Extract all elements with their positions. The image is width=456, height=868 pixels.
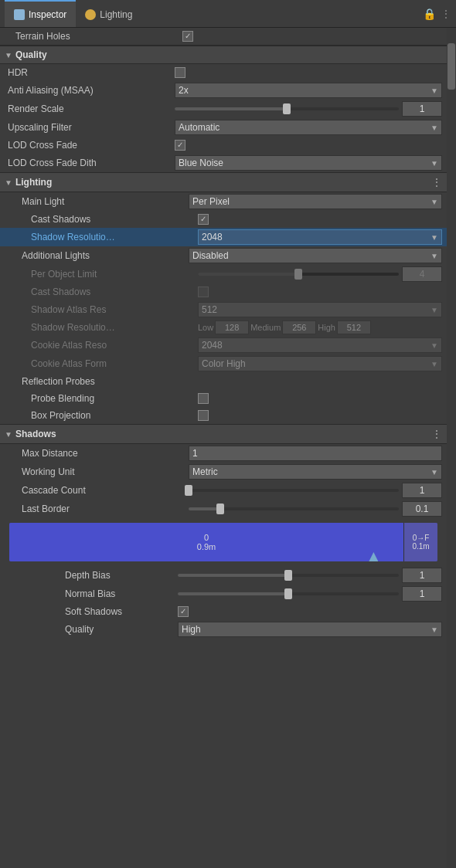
upscaling-filter-dropdown[interactable]: Automatic ▼ bbox=[175, 120, 442, 135]
lod-cross-fade-label: LOD Cross Fade bbox=[5, 140, 175, 151]
high-input bbox=[337, 320, 371, 334]
max-distance-input[interactable] bbox=[189, 446, 442, 461]
scrollbar-track[interactable] bbox=[447, 28, 456, 868]
cookie-atlas-reso-row: Cookie Atlas Reso 2048 ▼ bbox=[0, 336, 447, 354]
probe-blending-checkbox[interactable] bbox=[198, 393, 209, 404]
last-border-value: 0.1 bbox=[189, 501, 442, 517]
cast-shadows2-label: Cast Shadows bbox=[28, 287, 198, 297]
quality-dropdown-arrow: ▼ bbox=[430, 626, 438, 634]
shadows-section-header[interactable]: ▼ Shadows ⋮ bbox=[0, 424, 447, 444]
main-light-dropdown-arrow: ▼ bbox=[430, 198, 438, 206]
anti-aliasing-label: Anti Aliasing (MSAA) bbox=[5, 85, 175, 96]
per-object-limit-slider-container: 4 bbox=[198, 266, 442, 282]
depth-bias-slider-thumb[interactable] bbox=[284, 570, 292, 581]
additional-lights-dropdown-arrow: ▼ bbox=[430, 252, 438, 260]
working-unit-row: Working Unit Metric ▼ bbox=[0, 463, 447, 481]
working-unit-value: Metric ▼ bbox=[189, 464, 442, 480]
render-scale-slider-fill bbox=[175, 107, 287, 110]
anti-aliasing-dropdown[interactable]: 2x ▼ bbox=[175, 83, 442, 98]
cascade-side-bottom: 0.1m bbox=[412, 542, 429, 551]
cookie-atlas-form-dropdown-text: Color High bbox=[202, 358, 427, 369]
depth-bias-slider-track[interactable] bbox=[178, 574, 399, 577]
depth-bias-slider-container: 1 bbox=[178, 568, 442, 583]
render-scale-slider-track[interactable] bbox=[175, 107, 399, 110]
cookie-atlas-reso-value: 2048 ▼ bbox=[198, 337, 442, 353]
shadow-resolution-multi-value: Low Medium High bbox=[198, 320, 442, 334]
normal-bias-slider-value[interactable]: 1 bbox=[402, 586, 442, 602]
main-light-row: Main Light Per Pixel ▼ bbox=[0, 192, 447, 211]
lock-icon[interactable]: 🔒 bbox=[423, 8, 436, 20]
per-object-limit-slider-fill bbox=[198, 273, 298, 276]
box-projection-checkbox[interactable] bbox=[198, 410, 209, 421]
cookie-atlas-form-label: Cookie Atlas Form bbox=[28, 358, 198, 369]
working-unit-dropdown[interactable]: Metric ▼ bbox=[189, 464, 442, 480]
cascade-viz-container: 0 0.9m 0→F 0.1m bbox=[5, 523, 442, 561]
quality-dropdown[interactable]: High ▼ bbox=[178, 622, 442, 637]
reflection-probes-label: Reflection Probes bbox=[19, 376, 189, 387]
hdr-label: HDR bbox=[5, 67, 175, 78]
shadow-resolution-dropdown[interactable]: 2048 ▼ bbox=[198, 229, 442, 245]
soft-shadows-value bbox=[178, 606, 442, 617]
cascade-count-label: Cascade Count bbox=[19, 485, 189, 496]
inspector-icon bbox=[14, 9, 25, 20]
shadow-resolution-label: Shadow Resolutio… bbox=[28, 232, 198, 242]
shadows-menu-dots[interactable]: ⋮ bbox=[431, 428, 442, 440]
shadow-resolution-row: Shadow Resolutio… 2048 ▼ bbox=[0, 228, 447, 246]
additional-lights-row: Additional Lights Disabled ▼ bbox=[0, 246, 447, 265]
depth-bias-slider-value[interactable]: 1 bbox=[402, 568, 442, 583]
normal-bias-slider-track[interactable] bbox=[178, 592, 399, 595]
per-object-limit-slider-thumb bbox=[294, 269, 302, 280]
terrain-holes-label: Terrain Holes bbox=[12, 31, 182, 42]
hdr-checkbox[interactable] bbox=[175, 67, 185, 78]
tab-lighting[interactable]: Lighting bbox=[76, 0, 141, 27]
cascade-count-slider-thumb[interactable] bbox=[185, 485, 192, 496]
lod-cross-fade-dith-dropdown[interactable]: Blue Noise ▼ bbox=[175, 155, 442, 171]
additional-lights-dropdown[interactable]: Disabled ▼ bbox=[189, 248, 442, 263]
cascade-viz: 0 0.9m 0→F 0.1m bbox=[9, 523, 437, 561]
probe-blending-label: Probe Blending bbox=[28, 393, 198, 404]
scrollbar-thumb[interactable] bbox=[447, 43, 455, 90]
soft-shadows-checkbox[interactable] bbox=[178, 606, 189, 617]
terrain-holes-checkbox[interactable] bbox=[182, 31, 193, 42]
last-border-slider-thumb[interactable] bbox=[216, 504, 224, 514]
upscaling-filter-dropdown-arrow: ▼ bbox=[430, 124, 438, 132]
last-border-slider-value[interactable]: 0.1 bbox=[402, 501, 442, 517]
quality-section-header[interactable]: ▼ Quality bbox=[0, 46, 447, 64]
normal-bias-slider-thumb[interactable] bbox=[284, 588, 292, 599]
cascade-count-value: 1 bbox=[189, 483, 442, 498]
last-border-row: Last Border 0.1 bbox=[0, 500, 447, 518]
tab-inspector[interactable]: Inspector bbox=[5, 0, 76, 27]
cookie-atlas-form-dropdown: Color High ▼ bbox=[198, 356, 442, 371]
shadow-atlas-res-row: Shadow Atlas Res 512 ▼ bbox=[0, 300, 447, 319]
per-object-limit-row: Per Object Limit 4 bbox=[0, 265, 447, 283]
last-border-slider-track[interactable] bbox=[189, 507, 399, 510]
additional-lights-label: Additional Lights bbox=[19, 250, 189, 261]
more-menu-icon[interactable]: ⋮ bbox=[441, 8, 451, 20]
high-label: High bbox=[318, 323, 335, 332]
per-object-limit-label: Per Object Limit bbox=[28, 269, 198, 280]
last-border-slider-container: 0.1 bbox=[189, 501, 442, 517]
main-light-label: Main Light bbox=[19, 196, 189, 207]
lighting-section-header[interactable]: ▼ Lighting ⋮ bbox=[0, 172, 447, 192]
cascade-count-slider-track[interactable] bbox=[189, 489, 399, 492]
quality-section-title: Quality bbox=[15, 49, 47, 60]
lod-cross-fade-checkbox[interactable] bbox=[175, 140, 185, 151]
render-scale-slider-value[interactable]: 1 bbox=[402, 101, 442, 117]
probe-blending-row: Probe Blending bbox=[0, 390, 447, 407]
cascade-count-slider-value[interactable]: 1 bbox=[402, 483, 442, 498]
hdr-row: HDR bbox=[0, 64, 447, 81]
per-object-limit-slider-value: 4 bbox=[402, 266, 442, 282]
upscaling-filter-row: Upscaling Filter Automatic ▼ bbox=[0, 118, 447, 137]
anti-aliasing-dropdown-arrow: ▼ bbox=[430, 86, 438, 95]
medium-input bbox=[282, 320, 316, 334]
quality-arrow: ▼ bbox=[5, 51, 12, 59]
tab-bar-actions: 🔒 ⋮ bbox=[423, 8, 451, 20]
render-scale-slider-thumb[interactable] bbox=[283, 103, 291, 114]
cast-shadows-checkbox[interactable] bbox=[198, 214, 209, 225]
lighting-menu-dots[interactable]: ⋮ bbox=[431, 176, 442, 188]
main-light-dropdown-text: Per Pixel bbox=[192, 196, 427, 207]
main-light-dropdown[interactable]: Per Pixel ▼ bbox=[189, 194, 442, 209]
cookie-atlas-reso-dropdown: 2048 ▼ bbox=[198, 337, 442, 353]
shadow-atlas-res-dropdown: 512 ▼ bbox=[198, 302, 442, 317]
max-distance-row: Max Distance bbox=[0, 444, 447, 463]
